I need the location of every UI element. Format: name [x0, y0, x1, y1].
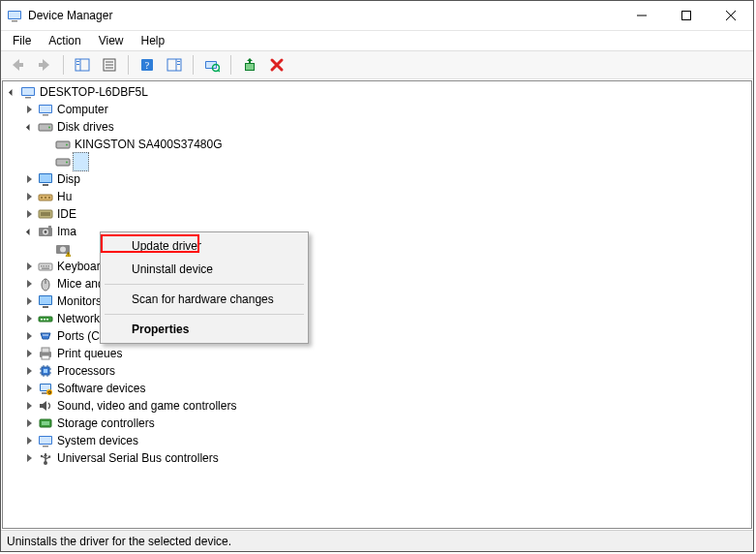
expand-icon[interactable] — [22, 434, 36, 447]
svg-rect-6 — [76, 61, 79, 62]
svg-point-96 — [41, 455, 43, 457]
scan-hardware-button[interactable] — [199, 52, 225, 77]
context-menu: Update driver Uninstall device Scan for … — [100, 231, 309, 344]
expand-icon[interactable] — [22, 172, 36, 186]
expand-icon[interactable] — [22, 207, 36, 221]
properties-button[interactable] — [97, 52, 122, 77]
menu-file[interactable]: File — [5, 33, 39, 48]
hid-icon — [38, 189, 53, 204]
svg-rect-41 — [45, 197, 46, 199]
svg-rect-26 — [25, 97, 31, 99]
statusbar: Uninstalls the driver for the selected d… — [1, 530, 753, 551]
tree-node-selected-device[interactable] — [5, 153, 751, 170]
tree-node-disk-drives[interactable]: Disk drives — [5, 118, 751, 136]
titlebar: Device Manager — [1, 1, 753, 31]
expand-icon[interactable] — [22, 312, 36, 325]
svg-rect-54 — [44, 265, 45, 267]
tree-node-print-queues[interactable]: Print queues — [5, 345, 751, 362]
svg-text:?: ? — [145, 60, 150, 71]
tree-label: Hu — [55, 188, 74, 205]
window-controls — [620, 1, 753, 30]
expand-icon[interactable] — [22, 294, 36, 308]
svg-rect-91 — [40, 437, 51, 444]
svg-rect-1 — [9, 12, 20, 18]
expand-icon[interactable] — [22, 382, 36, 395]
svg-rect-53 — [41, 265, 43, 267]
menu-help[interactable]: Help — [134, 33, 173, 48]
ctx-properties[interactable]: Properties — [103, 318, 306, 341]
back-button — [5, 52, 30, 77]
svg-rect-71 — [42, 348, 49, 353]
tree-label: System devices — [55, 432, 140, 449]
tree-node-usb[interactable]: Universal Serial Bus controllers — [5, 449, 751, 467]
expand-icon[interactable] — [22, 225, 36, 238]
ctx-scan-hardware[interactable]: Scan for hardware changes — [103, 288, 306, 311]
svg-rect-65 — [44, 319, 45, 321]
tree-node-root[interactable]: DESKTOP-L6DBF5L — [5, 83, 751, 101]
software-icon: ⚙ — [38, 381, 53, 396]
svg-rect-37 — [40, 174, 51, 182]
device-manager-window: Device Manager File Action View Help — [0, 0, 754, 552]
tree-label: Disk drives — [55, 118, 116, 136]
device-tree-pane[interactable]: DESKTOP-L6DBF5L Computer Disk drives — [2, 80, 752, 529]
ctx-uninstall-device[interactable]: Uninstall device — [103, 258, 306, 281]
cpu-icon — [38, 363, 53, 379]
expand-icon[interactable] — [22, 399, 36, 413]
expand-icon[interactable] — [22, 451, 36, 465]
tree-node-computer[interactable]: Computer — [5, 101, 751, 118]
show-hide-console-tree-button[interactable] — [70, 52, 95, 77]
update-driver-button[interactable] — [237, 52, 262, 77]
tree-node-storage-controllers[interactable]: Storage controllers — [5, 415, 751, 432]
close-button[interactable] — [709, 1, 753, 30]
tree-label: Storage controllers — [55, 415, 157, 432]
expand-icon[interactable] — [22, 120, 36, 134]
tree-node-kingston[interactable]: KINGSTON SA400S37480G — [5, 136, 751, 153]
expand-icon[interactable] — [22, 260, 36, 273]
tree-node-display-adapters[interactable]: Disp — [5, 170, 751, 188]
svg-rect-40 — [41, 197, 43, 199]
svg-line-21 — [218, 70, 220, 72]
svg-rect-92 — [43, 446, 48, 447]
tree-node-sound[interactable]: Sound, video and game controllers — [5, 397, 751, 415]
menu-action[interactable]: Action — [41, 33, 88, 48]
expand-icon[interactable] — [22, 277, 36, 291]
maximize-button[interactable] — [664, 1, 709, 30]
expand-icon[interactable] — [22, 190, 36, 203]
svg-point-31 — [48, 127, 50, 129]
network-icon — [38, 311, 53, 326]
expand-icon[interactable] — [5, 85, 18, 99]
tree-node-hid[interactable]: Hu — [5, 188, 751, 205]
tree-label: Sound, video and game controllers — [55, 397, 238, 415]
ports-icon — [38, 328, 53, 344]
window-title: Device Manager — [28, 9, 112, 22]
tree-node-processors[interactable]: Processors — [5, 362, 751, 380]
help-button[interactable]: ? — [135, 52, 160, 77]
system-icon — [38, 433, 53, 448]
svg-point-47 — [45, 231, 47, 233]
expand-icon[interactable] — [22, 103, 36, 116]
tree-label: Disp — [55, 170, 82, 188]
action-panel-button[interactable] — [162, 52, 187, 77]
expand-icon[interactable] — [22, 329, 36, 343]
minimize-button[interactable] — [620, 1, 664, 30]
expand-icon[interactable] — [22, 347, 36, 360]
menubar: File Action View Help — [1, 31, 753, 50]
svg-point-68 — [45, 334, 46, 336]
expand-icon[interactable] — [22, 364, 36, 378]
menu-view[interactable]: View — [91, 33, 132, 48]
svg-rect-29 — [43, 114, 48, 116]
tree-node-system-devices[interactable]: System devices — [5, 432, 751, 449]
usb-icon — [38, 450, 53, 466]
disk-icon — [38, 119, 53, 135]
tree-node-software-devices[interactable]: ⚙ Software devices — [5, 380, 751, 397]
svg-rect-7 — [76, 64, 79, 65]
svg-rect-42 — [48, 197, 50, 199]
toolbar-separator — [193, 55, 194, 75]
ctx-update-driver[interactable]: Update driver — [103, 234, 306, 258]
svg-point-35 — [66, 162, 68, 164]
uninstall-device-button[interactable] — [264, 52, 289, 77]
expand-icon[interactable] — [22, 416, 36, 430]
svg-rect-17 — [177, 64, 180, 65]
svg-rect-25 — [22, 88, 34, 95]
tree-node-ide[interactable]: IDE — [5, 205, 751, 223]
